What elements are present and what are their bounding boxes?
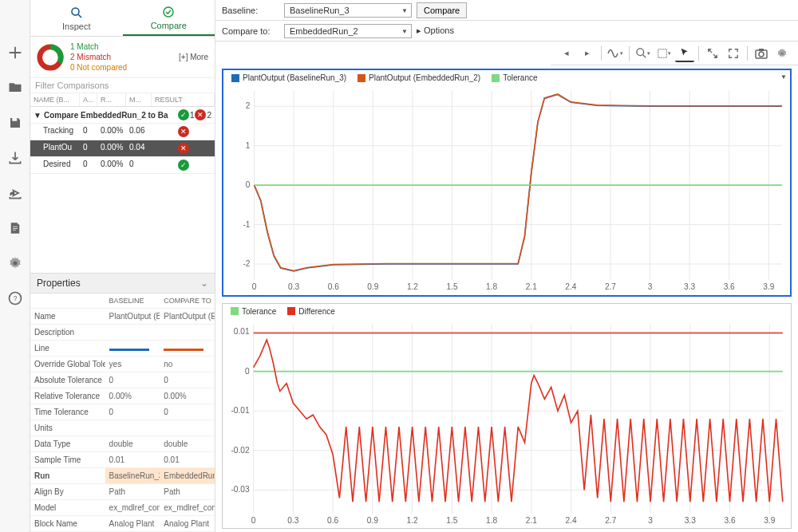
nav-fwd-icon[interactable]: ▸ <box>578 45 597 62</box>
property-row: RunBaselineRun_3EmbeddedRun <box>30 468 215 484</box>
svg-text:0.3: 0.3 <box>287 516 298 525</box>
property-row: Block NameAnalog PlantAnalog Plant <box>30 516 215 532</box>
svg-text:-2: -2 <box>243 259 250 268</box>
svg-point-3 <box>72 8 79 15</box>
svg-text:3.3: 3.3 <box>685 516 696 525</box>
col-name[interactable]: NAME (B... <box>30 93 80 106</box>
folder-icon[interactable] <box>6 79 24 97</box>
report-icon[interactable] <box>6 219 24 237</box>
filter-input[interactable]: Filter Comparisons <box>30 78 215 93</box>
svg-text:1.5: 1.5 <box>446 282 457 291</box>
svg-point-8 <box>637 48 644 55</box>
summary-bar: 1 Match 2 Mismatch 0 Not compared [+] Mo… <box>30 37 215 78</box>
snapshot-icon[interactable] <box>752 45 771 62</box>
fit-icon[interactable]: ▾ <box>654 45 674 62</box>
tab-compare[interactable]: Compare <box>123 0 215 36</box>
properties-table: BASELINE COMPARE TO NamePlantOutput (BPl… <box>30 294 215 532</box>
sidebar-toolbar: ? <box>0 0 30 532</box>
svg-text:1: 1 <box>246 141 251 150</box>
help-icon[interactable]: ? <box>6 290 24 307</box>
svg-text:3.6: 3.6 <box>724 282 735 291</box>
summary-more-button[interactable]: [+] More <box>179 53 208 61</box>
svg-text:2.1: 2.1 <box>526 282 537 291</box>
svg-text:3.6: 3.6 <box>724 516 735 525</box>
svg-text:2.7: 2.7 <box>605 282 616 291</box>
svg-text:-0.03: -0.03 <box>231 485 250 494</box>
summary-donut-icon <box>37 44 64 71</box>
svg-text:2.1: 2.1 <box>526 516 537 525</box>
col-result[interactable]: RESULT <box>152 93 215 106</box>
expand-icon[interactable] <box>703 45 722 62</box>
summary-notcompared: 0 Not compared <box>70 62 127 73</box>
chart-signals[interactable]: PlantOutput (BaselineRun_3)PlantOutput (… <box>222 69 792 297</box>
svg-text:2.7: 2.7 <box>605 516 616 525</box>
properties-header[interactable]: Properties ⌄ <box>30 273 215 294</box>
summary-mismatch: 2 Mismatch <box>70 52 127 62</box>
summary-match: 1 Match <box>70 41 127 52</box>
compare-button[interactable]: Compare <box>417 2 467 18</box>
gear-icon[interactable] <box>772 45 792 62</box>
chart2-legend: ToleranceDifference <box>223 304 791 319</box>
svg-text:2.4: 2.4 <box>565 282 576 291</box>
svg-text:0.6: 0.6 <box>328 282 339 291</box>
svg-rect-13 <box>759 49 764 51</box>
svg-text:1.2: 1.2 <box>407 516 418 525</box>
nav-back-icon[interactable]: ◂ <box>557 45 576 62</box>
compareto-select[interactable]: EmbeddedRun_2 <box>284 24 412 38</box>
import-icon[interactable] <box>6 149 24 167</box>
fullscreen-icon[interactable] <box>724 45 743 62</box>
tab-inspect[interactable]: Inspect <box>30 0 123 36</box>
table-row[interactable]: Tracking00.00%0.06✕ <box>30 124 215 140</box>
svg-text:0.3: 0.3 <box>288 282 299 291</box>
legend-item: PlantOutput (EmbeddedRun_2) <box>358 73 480 82</box>
svg-text:1.2: 1.2 <box>407 282 418 291</box>
svg-text:0.9: 0.9 <box>367 282 378 291</box>
svg-point-5 <box>164 7 173 17</box>
svg-text:0.6: 0.6 <box>327 516 338 525</box>
export-icon[interactable] <box>6 184 24 202</box>
property-row: Override Global Toleyesno <box>30 357 215 372</box>
table-row[interactable]: PlantOu00.00%0.04✕ <box>30 140 215 157</box>
baseline-select[interactable]: BaselineRun_3 <box>284 3 412 18</box>
settings-icon[interactable] <box>6 254 24 272</box>
property-row: Data Typedoubledouble <box>30 436 215 452</box>
property-row: Relative Tolerance0.00%0.00% <box>30 388 215 404</box>
baseline-bar: Baseline: BaselineRun_3 Compare <box>215 0 798 21</box>
property-row: Units <box>30 420 215 436</box>
chart1-plot[interactable]: 00.30.60.91.21.51.82.12.42.733.33.63.9-2… <box>223 85 790 295</box>
legend-item: Tolerance <box>231 307 276 316</box>
col-max[interactable]: M... <box>126 93 152 106</box>
charts-area: PlantOutput (BaselineRun_3)PlantOutput (… <box>215 65 798 532</box>
svg-text:0: 0 <box>252 282 257 291</box>
property-row: Absolute Tolerance00 <box>30 372 215 388</box>
chart2-plot[interactable]: 00.30.60.91.21.51.82.12.42.733.33.63.9-0… <box>223 319 791 529</box>
svg-text:-0.02: -0.02 <box>231 445 250 454</box>
prop-col-compareto: COMPARE TO <box>160 294 215 308</box>
add-icon[interactable] <box>6 44 24 61</box>
options-button[interactable]: ▸ Options <box>417 26 454 36</box>
col-abs[interactable]: A... <box>80 93 97 106</box>
group-label: Compare EmbeddedRun_2 to Ba <box>44 111 168 120</box>
compareto-label: Compare to: <box>222 26 279 36</box>
expand-icon[interactable]: ▼ <box>34 111 41 120</box>
property-row: Description <box>30 325 215 341</box>
property-row: Sample Time0.010.01 <box>30 452 215 468</box>
chevron-down-icon: ⌄ <box>200 278 208 289</box>
col-rel[interactable]: R... <box>97 93 126 106</box>
table-row[interactable]: Desired00.00%0✓ <box>30 157 215 174</box>
svg-text:3: 3 <box>648 516 653 525</box>
save-icon[interactable] <box>6 114 24 132</box>
chart-difference[interactable]: ToleranceDifference 00.30.60.91.21.51.82… <box>222 303 792 530</box>
prop-col-baseline: BASELINE <box>105 294 160 308</box>
svg-text:2: 2 <box>246 101 251 110</box>
zoom-icon[interactable]: ▾ <box>634 45 653 62</box>
svg-text:3.9: 3.9 <box>763 282 774 291</box>
comparison-group-row[interactable]: ▼ Compare EmbeddedRun_2 to Ba ✓1 ✕2 <box>30 107 215 124</box>
mode-tabs: Inspect Compare <box>30 0 215 37</box>
svg-text:3: 3 <box>648 282 653 291</box>
legend-item: Difference <box>287 307 334 316</box>
cursor-icon[interactable] <box>675 45 694 62</box>
svg-text:0: 0 <box>251 516 256 525</box>
error-icon: ✕ <box>178 143 189 154</box>
signal-icon[interactable]: ▾ <box>606 45 625 62</box>
